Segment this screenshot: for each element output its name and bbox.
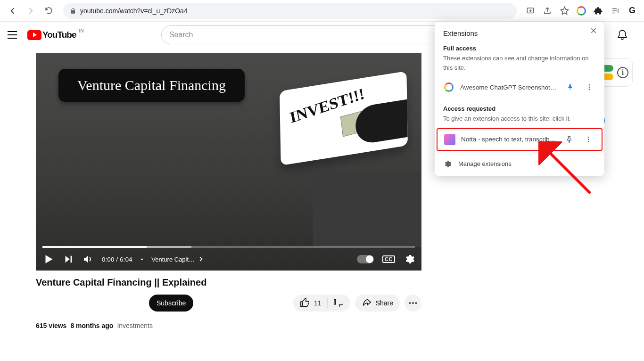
- svg-point-7: [589, 89, 590, 90]
- video-title: Venture Capital Financing || Explained: [36, 277, 421, 288]
- video-meta: 615 views 8 months ago Investments: [36, 322, 421, 329]
- svg-point-4: [415, 302, 417, 304]
- share-button[interactable]: Share: [355, 295, 400, 312]
- svg-point-9: [588, 139, 589, 140]
- ext-item-awesome[interactable]: Awesome ChatGPT Screenshot & S…: [437, 77, 603, 98]
- manage-extensions-button[interactable]: Manage extensions: [435, 155, 604, 173]
- extensions-button[interactable]: [591, 4, 605, 18]
- svg-point-8: [588, 137, 589, 138]
- address-bar[interactable]: youtube.com/watch?v=cl_u_zDzOa4: [63, 3, 517, 19]
- more-actions-button[interactable]: [405, 295, 421, 312]
- back-button[interactable]: [5, 3, 21, 19]
- svg-point-2: [409, 302, 411, 304]
- more-button-awesome[interactable]: [583, 81, 596, 94]
- youtube-logo-text: YouTube: [42, 30, 76, 40]
- ext-awesome-icon[interactable]: [574, 4, 588, 18]
- ext-notta-item-icon: [444, 134, 455, 145]
- pin-button-notta[interactable]: [563, 133, 576, 146]
- slide-title: Venture Capital Financing: [58, 69, 245, 102]
- player-ad-placeholder: [313, 172, 421, 247]
- player-controls: 0:00 / 6:04 • Venture Capit… CC: [36, 248, 421, 271]
- svg-point-6: [589, 87, 590, 88]
- ext-awesome-name: Awesome ChatGPT Screenshot & S…: [460, 84, 558, 91]
- like-dislike-pill: 11: [293, 295, 350, 312]
- like-count: 11: [314, 299, 322, 307]
- pin-button-awesome[interactable]: [564, 81, 577, 94]
- next-button[interactable]: [63, 254, 74, 264]
- action-row: Subscribe 11 Share: [36, 295, 421, 312]
- chapter-sep: •: [141, 256, 143, 263]
- install-app-icon[interactable]: [523, 4, 537, 18]
- share-label: Share: [376, 299, 393, 307]
- share-page-icon[interactable]: [540, 4, 554, 18]
- full-access-title: Full access: [435, 42, 604, 54]
- hamburger-menu[interactable]: [8, 29, 19, 41]
- access-requested-title: Access requested: [435, 102, 604, 114]
- video-category: Investments: [117, 322, 152, 329]
- slide-image: INVEST!!!: [280, 71, 408, 166]
- video-player[interactable]: Venture Capital Financing INVEST!!!: [36, 53, 421, 271]
- hand-graphic: [355, 98, 408, 145]
- lock-icon: [70, 8, 76, 14]
- gear-icon: [443, 160, 452, 168]
- time-display: 0:00 / 6:04: [102, 256, 132, 263]
- svg-point-10: [588, 141, 589, 142]
- notifications-icon[interactable]: [613, 25, 632, 44]
- full-access-subtitle: These extensions can see and change info…: [435, 54, 604, 77]
- bookmark-star-icon[interactable]: [557, 4, 571, 18]
- reload-button[interactable]: [41, 3, 57, 19]
- ext-item-notta[interactable]: Notta - speech to text, transcribe…: [437, 128, 603, 151]
- more-button-notta[interactable]: [582, 133, 595, 146]
- svg-point-5: [589, 84, 590, 86]
- captions-button[interactable]: CC: [382, 255, 395, 263]
- svg-point-3: [412, 302, 414, 304]
- search-placeholder: Search: [169, 31, 193, 39]
- ext-awesome-item-icon: [443, 82, 454, 93]
- country-code: IN: [79, 28, 83, 33]
- dislike-button[interactable]: [333, 298, 344, 308]
- primary-column: Venture Capital Financing INVEST!!!: [36, 53, 421, 329]
- like-button[interactable]: 11: [300, 298, 322, 308]
- extensions-popup: Extensions Full access These extensions …: [435, 22, 604, 176]
- popup-title: Extensions: [435, 29, 604, 42]
- chapter-display[interactable]: Venture Capit…: [151, 256, 204, 263]
- upload-age: 8 months ago: [70, 322, 113, 329]
- views-count: 615 views: [36, 322, 66, 329]
- info-icon: i: [617, 67, 628, 78]
- profile-g-icon[interactable]: G: [625, 4, 639, 18]
- url-text: youtube.com/watch?v=cl_u_zDzOa4: [80, 7, 188, 15]
- close-popup-button[interactable]: [587, 25, 600, 37]
- forward-button[interactable]: [23, 3, 39, 19]
- youtube-logo[interactable]: YouTube IN: [27, 30, 76, 40]
- settings-gear-icon[interactable]: [404, 254, 415, 265]
- volume-button[interactable]: [82, 254, 93, 265]
- manage-extensions-label: Manage extensions: [458, 160, 512, 167]
- subscribe-button[interactable]: Subscribe: [149, 295, 193, 312]
- browser-toolbar-right: G: [523, 4, 639, 18]
- autoplay-toggle[interactable]: [357, 255, 374, 263]
- reading-list-icon[interactable]: [608, 4, 622, 18]
- access-requested-subtitle: To give an extension access to this site…: [435, 114, 604, 128]
- ext-notta-name: Notta - speech to text, transcribe…: [461, 136, 557, 143]
- browser-toolbar: youtube.com/watch?v=cl_u_zDzOa4 G: [0, 0, 644, 22]
- play-button[interactable]: [42, 253, 55, 265]
